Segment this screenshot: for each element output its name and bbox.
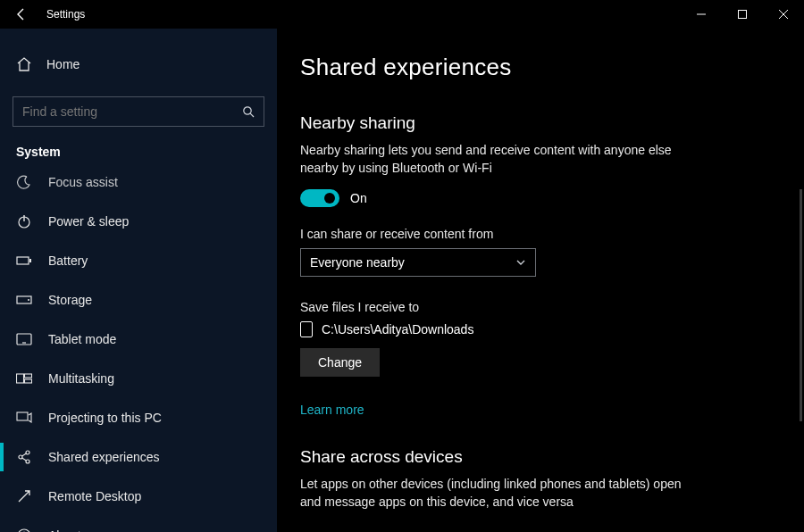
multitask-icon [16,370,32,387]
device-icon [300,321,313,337]
save-path: C:\Users\Aditya\Downloads [322,322,473,337]
sidebar-item-multitasking[interactable]: Multitasking [0,359,277,398]
svg-rect-12 [17,374,24,383]
sidebar-item-power-sleep[interactable]: Power & sleep [0,202,277,241]
window-controls [681,0,804,29]
sidebar: Home System Focus assist Power & sleep [0,29,277,532]
sidebar-item-projecting[interactable]: Projecting to this PC [0,398,277,437]
search-input[interactable] [22,104,242,119]
across-heading: Share across devices [300,447,781,467]
search-box[interactable] [13,96,264,127]
power-icon [16,213,32,229]
sidebar-item-label: Battery [48,254,88,268]
nearby-heading: Nearby sharing [300,113,781,133]
sidebar-item-label: Remote Desktop [48,489,141,503]
sidebar-item-label: Storage [48,293,92,307]
sidebar-item-battery[interactable]: Battery [0,241,277,280]
sidebar-item-remote-desktop[interactable]: Remote Desktop [0,477,277,516]
learn-more-link[interactable]: Learn more [300,403,364,417]
back-button[interactable] [0,0,43,29]
minimize-button[interactable] [681,0,722,29]
maximize-icon [737,9,748,20]
storage-icon [16,292,32,308]
tablet-icon [16,331,32,347]
share-from-select[interactable]: Everyone nearby [300,248,536,277]
close-button[interactable] [763,0,804,29]
home-icon [16,56,32,72]
svg-rect-7 [29,259,31,262]
nav-list: Focus assist Power & sleep Battery Stora… [0,166,277,532]
nearby-toggle-label: On [350,191,367,205]
home-label: Home [46,57,80,71]
change-button[interactable]: Change [300,348,380,377]
sidebar-item-tablet-mode[interactable]: Tablet mode [0,320,277,359]
sidebar-item-label: Focus assist [48,175,118,189]
close-icon [778,9,789,20]
sidebar-item-label: Shared experiences [48,450,160,464]
chevron-down-icon [515,257,526,268]
svg-rect-15 [17,412,28,420]
svg-line-20 [22,458,27,461]
sidebar-item-about[interactable]: About [0,516,277,532]
page-title: Shared experiences [300,54,781,81]
arrow-left-icon [14,7,29,21]
save-path-row: C:\Users\Aditya\Downloads [300,321,781,337]
projecting-icon [16,410,32,426]
home-nav[interactable]: Home [0,46,277,82]
svg-rect-6 [17,257,29,264]
across-desc: Let apps on other devices (including lin… [300,476,684,511]
battery-icon [16,253,32,269]
titlebar: Settings [0,0,804,29]
maximize-button[interactable] [722,0,763,29]
sidebar-item-focus-assist[interactable]: Focus assist [0,166,277,202]
search-icon [242,105,255,118]
svg-line-19 [22,453,27,456]
section-label-system: System [0,139,277,166]
nearby-desc: Nearby sharing lets you send and receive… [300,142,684,177]
info-icon [16,528,32,532]
nearby-toggle-row: On [300,189,781,207]
svg-rect-14 [25,379,32,383]
body: Home System Focus assist Power & sleep [0,29,804,532]
share-icon [16,449,32,465]
scrollbar[interactable] [800,189,802,421]
window-title: Settings [43,8,85,21]
sidebar-item-label: Power & sleep [48,214,129,229]
svg-rect-1 [739,11,747,19]
content-pane: Shared experiences Nearby sharing Nearby… [277,29,804,532]
sidebar-item-storage[interactable]: Storage [0,280,277,320]
svg-point-9 [28,299,29,301]
sidebar-item-label: About [48,528,81,532]
svg-point-2 [244,107,251,114]
svg-rect-13 [25,374,32,378]
sidebar-item-label: Projecting to this PC [48,411,162,425]
content-inner: Shared experiences Nearby sharing Nearby… [277,29,804,532]
settings-window: Settings Home Sys [0,0,804,532]
sidebar-item-label: Multitasking [48,371,114,386]
share-from-label: I can share or receive content from [300,227,781,241]
toggle-knob [324,193,335,204]
moon-icon [16,174,32,190]
remote-icon [16,488,32,504]
svg-line-3 [250,113,254,117]
sidebar-item-shared-experiences[interactable]: Shared experiences [0,437,277,477]
nearby-toggle[interactable] [300,189,339,207]
minimize-icon [696,9,707,20]
save-to-label: Save files I receive to [300,300,781,314]
sidebar-item-label: Tablet mode [48,332,116,346]
share-from-value: Everyone nearby [310,255,405,270]
